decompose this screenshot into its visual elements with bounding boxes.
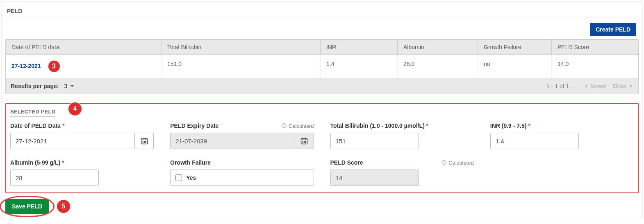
svg-point-7	[143, 143, 143, 143]
info-icon	[281, 123, 287, 129]
svg-point-19	[305, 141, 306, 141]
selected-peld-title: SELECTED PELD	[10, 109, 55, 117]
svg-point-17	[303, 141, 303, 141]
svg-point-22	[305, 143, 306, 143]
cell-date: 27-12-2021 3	[6, 55, 162, 78]
input-inr[interactable]	[490, 133, 579, 149]
col-header-score: PELD Score	[552, 40, 638, 55]
date-of-peld-data-calendar-button[interactable]	[135, 133, 154, 149]
peld-section-title: PELD	[5, 5, 639, 18]
pager-newer-label: Newer	[590, 83, 607, 89]
callout-5: 5	[57, 200, 70, 213]
input-date-of-peld-data[interactable]	[10, 133, 135, 149]
calendar-icon	[300, 137, 308, 145]
peld-toolbar: Create PELD	[5, 20, 639, 39]
calendar-icon	[140, 137, 148, 145]
table-row: 27-12-2021 3 151.0 1.4 28.0 no 14.0	[6, 55, 638, 78]
label-albumin: Albumin (5-99 g/L)*	[10, 159, 64, 166]
peld-table: Date of PELD data Total Bilirubin INR Al…	[5, 39, 639, 94]
save-bar: Save PELD 5	[5, 199, 639, 214]
field-peld-expiry-date: PELD Expiry Date Calculated	[170, 121, 314, 149]
cell-score: 14.0	[552, 55, 638, 78]
create-peld-button[interactable]: Create PELD	[590, 23, 636, 36]
pager-newer-button[interactable]: Newer	[584, 83, 607, 89]
selected-peld-form: Date of PELD Data* PELD Expiry Date Calc…	[10, 121, 634, 186]
expiry-calculated-tag: Calculated	[281, 123, 314, 129]
svg-point-21	[304, 143, 305, 143]
input-peld-expiry-date	[170, 133, 295, 149]
save-peld-button[interactable]: Save PELD	[5, 199, 49, 214]
callout-3: 3	[48, 61, 60, 72]
svg-point-18	[304, 141, 305, 141]
col-header-albumin: Albumin	[398, 40, 478, 55]
chevron-left-icon	[584, 84, 588, 88]
peld-panel: PELD Create PELD Date of PELD data Total…	[2, 2, 642, 219]
score-calculated-tag: Calculated	[441, 160, 473, 166]
results-per-page-select[interactable]: 3	[62, 81, 77, 91]
svg-point-25	[444, 163, 444, 164]
results-per-page-label: Results per page:	[11, 83, 59, 89]
col-header-inr: INR	[321, 40, 398, 55]
label-peld-expiry-date: PELD Expiry Date	[170, 122, 218, 129]
peld-expiry-date-calendar-button[interactable]	[295, 133, 314, 149]
cell-albumin: 28.0	[398, 55, 478, 78]
field-peld-score: PELD Score Calculated	[330, 158, 474, 186]
input-peld-score	[330, 170, 419, 186]
checkbox-growth-failure-label: Yes	[186, 174, 196, 181]
svg-point-12	[284, 127, 284, 127]
col-header-growth-failure: Growth Failure	[478, 40, 552, 55]
field-growth-failure: Growth Failure Yes	[170, 158, 314, 186]
growth-failure-checkbox-wrap: Yes	[170, 170, 314, 186]
label-peld-score: PELD Score	[330, 159, 363, 166]
table-footer: Results per page: 3 1 - 1 of 1 Newer Old…	[6, 78, 638, 94]
input-total-bilirubin[interactable]	[330, 133, 419, 149]
results-per-page-value: 3	[64, 83, 67, 89]
field-empty-spacer	[490, 158, 634, 186]
cell-bilirubin: 151.0	[162, 55, 321, 78]
svg-point-6	[146, 141, 146, 141]
chevron-down-icon	[70, 84, 75, 88]
chevron-right-icon	[629, 84, 633, 88]
field-inr: INR (0.9 - 7.5)*	[490, 121, 634, 149]
pagination-range: 1 - 1 of 1	[546, 83, 569, 89]
label-total-bilirubin: Total Bilirubin (1.0 - 1000.0 µmol/L)*	[330, 122, 429, 129]
cell-growth-failure: no	[478, 55, 552, 78]
col-header-bilirubin: Total Bilirubin	[162, 40, 321, 55]
save-button-highlight: Save PELD	[5, 199, 49, 214]
pager-older-button[interactable]: Older	[613, 83, 633, 89]
selected-peld-section: 4 SELECTED PELD Date of PELD Data*	[5, 103, 639, 193]
checkbox-growth-failure[interactable]	[175, 174, 182, 181]
peld-date-link[interactable]: 27-12-2021	[11, 63, 41, 69]
label-growth-failure: Growth Failure	[170, 159, 211, 166]
field-albumin: Albumin (5-99 g/L)*	[10, 158, 154, 186]
callout-4: 4	[68, 102, 82, 115]
table-header-row: Date of PELD data Total Bilirubin INR Al…	[6, 40, 638, 55]
field-date-of-peld-data: Date of PELD Data*	[10, 121, 154, 149]
label-date-of-peld-data: Date of PELD Data*	[10, 122, 64, 129]
input-albumin[interactable]	[10, 170, 99, 186]
info-icon	[441, 160, 447, 165]
svg-point-4	[143, 141, 143, 141]
field-total-bilirubin: Total Bilirubin (1.0 - 1000.0 µmol/L)*	[330, 121, 474, 149]
col-header-date: Date of PELD data	[6, 40, 162, 55]
cell-inr: 1.4	[321, 55, 398, 78]
label-inr: INR (0.9 - 7.5)*	[490, 122, 530, 129]
svg-point-5	[144, 141, 144, 141]
svg-point-8	[144, 143, 144, 143]
svg-point-9	[146, 143, 146, 143]
pager-older-label: Older	[613, 83, 627, 89]
svg-point-20	[303, 143, 303, 143]
